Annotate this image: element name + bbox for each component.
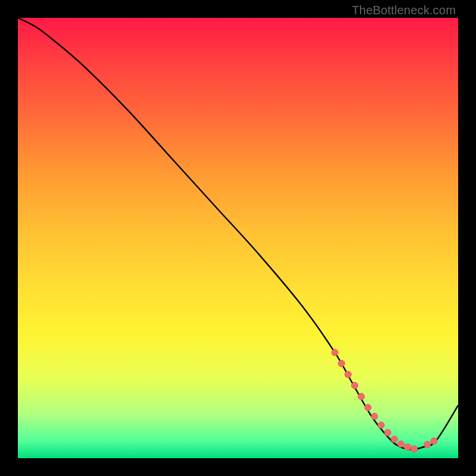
marker-dot xyxy=(411,446,418,452)
marker-dot xyxy=(352,382,358,389)
watermark-text: TheBottleneck.com xyxy=(352,4,456,17)
marker-dot xyxy=(404,444,411,450)
dots-layer xyxy=(331,349,437,452)
plot-area xyxy=(18,18,458,458)
marker-dot xyxy=(338,360,345,367)
marker-dot xyxy=(384,430,391,436)
marker-dot xyxy=(358,393,365,400)
marker-dot xyxy=(431,438,437,444)
marker-dot xyxy=(371,413,378,419)
marker-dot xyxy=(365,404,371,411)
marker-dot xyxy=(331,349,338,356)
curve-layer xyxy=(18,18,458,449)
marker-dot xyxy=(424,441,431,448)
bottleneck-curve xyxy=(18,18,458,449)
marker-dot xyxy=(391,436,397,443)
marker-dot xyxy=(397,441,404,447)
marker-dot xyxy=(378,422,384,428)
curve-svg xyxy=(18,18,458,458)
chart-frame: TheBottleneck.com xyxy=(0,0,476,476)
marker-dot xyxy=(345,371,352,378)
